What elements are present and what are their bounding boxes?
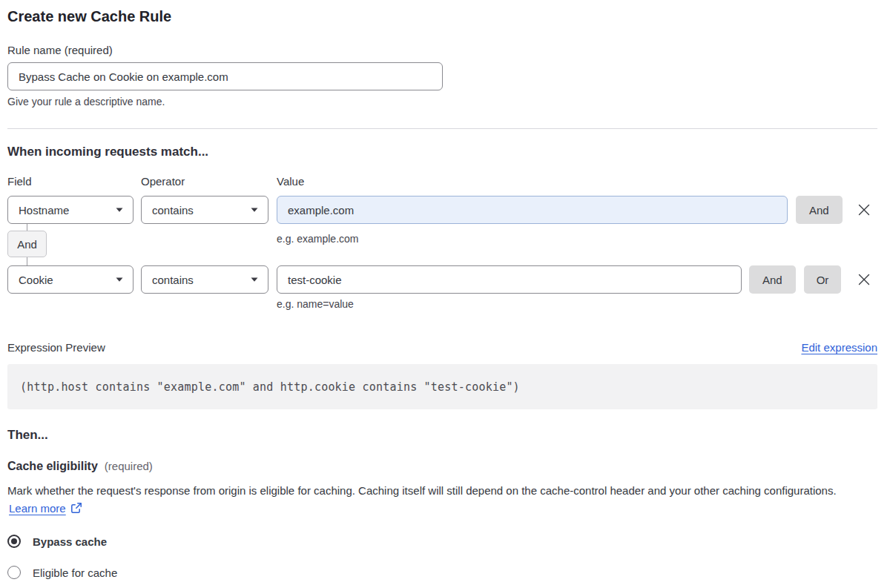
value-hint-row1: e.g. example.com [277, 233, 359, 245]
match-heading: When incoming requests match... [7, 145, 877, 159]
create-cache-rule-form: Create new Cache Rule Rule name (require… [0, 0, 890, 579]
then-heading: Then... [7, 428, 877, 443]
remove-row1-button[interactable] [855, 201, 873, 219]
field-select-row1-value: Hostname [19, 204, 69, 217]
radio-option-eligible-for-cache[interactable]: Eligible for cache [7, 566, 877, 579]
field-select-row1[interactable]: Hostname [7, 196, 134, 224]
operator-select-row2[interactable]: contains [141, 265, 268, 294]
close-icon [857, 272, 871, 287]
operator-select-row1[interactable]: contains [141, 196, 268, 224]
radio-label: Eligible for cache [33, 566, 117, 579]
connector-line [27, 224, 27, 231]
field-select-row2[interactable]: Cookie [7, 265, 134, 294]
match-column-headers: Field Operator Value [7, 175, 877, 188]
or-button-row2[interactable]: Or [804, 265, 842, 294]
required-note: (required) [105, 460, 153, 472]
value-input-row1[interactable] [277, 196, 788, 224]
match-row-2: Cookie contains And Or [7, 265, 877, 294]
section-divider [7, 128, 877, 129]
expression-code-block: (http.host contains "example.com" and ht… [7, 364, 877, 409]
operator-select-row2-value: contains [152, 274, 194, 286]
radio-button[interactable] [7, 535, 21, 548]
chevron-down-icon [116, 208, 123, 212]
close-icon [857, 202, 871, 217]
field-column-label: Field [7, 175, 134, 188]
chevron-down-icon [116, 277, 123, 282]
field-select-row2-value: Cookie [19, 274, 53, 286]
cache-eligibility-title: Cache eligibility [7, 460, 98, 473]
edit-expression-link[interactable]: Edit expression [801, 341, 877, 354]
expression-code: (http.host contains "example.com" and ht… [20, 380, 520, 394]
radio-option-bypass-cache[interactable]: Bypass cache [7, 535, 877, 548]
value-input-row2[interactable] [277, 265, 742, 294]
operator-select-row1-value: contains [152, 204, 194, 217]
page-title: Create new Cache Rule [7, 7, 877, 25]
radio-label: Bypass cache [33, 535, 107, 548]
value-column-label: Value [277, 175, 304, 188]
remove-row2-button[interactable] [855, 271, 873, 288]
radio-button[interactable] [7, 566, 21, 579]
operator-column-label: Operator [141, 175, 268, 188]
chevron-down-icon [251, 208, 258, 212]
expression-preview-label: Expression Preview [7, 341, 105, 354]
rule-name-input[interactable] [7, 62, 443, 90]
expression-preview-row: Expression Preview Edit expression [7, 341, 877, 354]
external-link-icon[interactable] [70, 502, 82, 514]
and-button-row2[interactable]: And [749, 265, 796, 294]
and-button-row1[interactable]: And [796, 196, 843, 224]
learn-more-link[interactable]: Learn more [9, 502, 66, 515]
rule-name-helper: Give your rule a descriptive name. [7, 96, 877, 108]
connector-line [27, 257, 27, 265]
cache-eligibility-description: Mark whether the request's response from… [7, 482, 868, 518]
description-text: Mark whether the request's response from… [7, 484, 837, 497]
and-connector-button[interactable]: And [7, 231, 47, 257]
cache-eligibility-heading: Cache eligibility (required) [7, 460, 877, 473]
match-row-1: Hostname contains And [7, 196, 877, 224]
rule-name-label: Rule name (required) [7, 44, 877, 57]
connector-band: And e.g. example.com [7, 224, 877, 265]
value-hint-row2: e.g. name=value [277, 298, 877, 310]
chevron-down-icon [251, 277, 258, 282]
